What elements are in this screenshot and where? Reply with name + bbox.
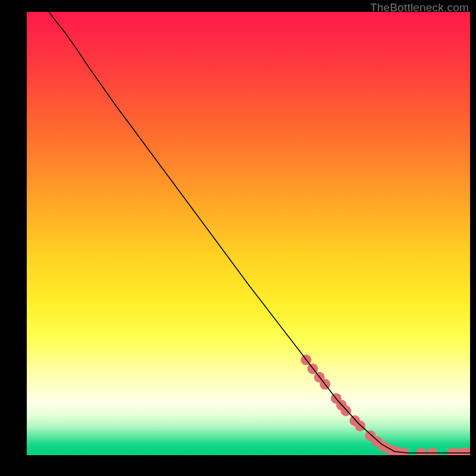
highlight-dot	[427, 447, 438, 455]
watermark-text: TheBottleneck.com	[370, 1, 469, 14]
chart-svg	[27, 12, 470, 455]
highlight-dot	[416, 447, 427, 455]
plot-area	[27, 12, 470, 455]
highlight-dots	[300, 355, 470, 455]
chart-frame: TheBottleneck.com	[0, 0, 476, 476]
highlight-dot	[340, 406, 351, 416]
curve-line	[49, 12, 470, 453]
highlight-dot	[355, 421, 365, 431]
